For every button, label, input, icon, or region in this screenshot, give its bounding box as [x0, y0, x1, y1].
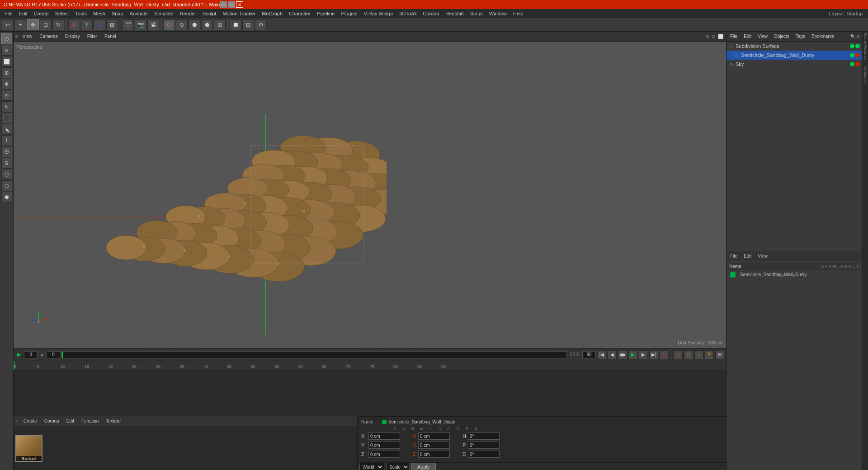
tool-weld[interactable]: ⦿	[1, 146, 12, 157]
tool-y-axis[interactable]: Y	[81, 19, 93, 30]
sub-surf-render[interactable]	[855, 44, 860, 48]
tool-knife[interactable]: 🔪	[1, 124, 12, 135]
play-reverse-button[interactable]: ◀▶	[618, 350, 627, 359]
y-position-input[interactable]	[368, 442, 400, 449]
tool-brush[interactable]: ⬠	[1, 169, 12, 180]
vp-menu-panel[interactable]: Panel	[102, 33, 119, 40]
tool-render[interactable]: 🎬	[122, 19, 134, 30]
vp-icon-1[interactable]: ⊞	[704, 33, 710, 40]
sandbag-render[interactable]	[855, 53, 860, 57]
vp-icon-2[interactable]: ⊡	[711, 33, 716, 40]
menu-motion-tracker[interactable]: Motion Tracker	[220, 10, 258, 17]
tool-extrude[interactable]: ⬛	[1, 113, 12, 123]
goto-start-button[interactable]: |◀	[597, 350, 606, 359]
tool-render-settings[interactable]: 📷	[135, 19, 146, 30]
menu-corona[interactable]: Corona	[420, 10, 442, 17]
frame-end-input[interactable]	[582, 351, 596, 358]
x-rot-input[interactable]	[418, 432, 450, 440]
menu-window[interactable]: Window	[486, 10, 509, 17]
menu-vray[interactable]: V-Ray Bridge	[361, 10, 396, 17]
obj-tags[interactable]: Tags	[794, 33, 807, 39]
tool-polygon-mode[interactable]: ⬟	[201, 19, 213, 30]
tool-x-axis[interactable]: X	[68, 19, 80, 30]
vp-drag-handle[interactable]: ≡	[15, 34, 18, 39]
attr-r-icon[interactable]: ≡	[776, 273, 778, 277]
menu-3dtoall[interactable]: 3DToAll	[396, 10, 419, 17]
play-button[interactable]: ▶	[628, 350, 637, 359]
mat-menu-create[interactable]: Create	[22, 418, 39, 424]
tool-bridge[interactable]: ⌇	[1, 135, 12, 146]
y-rot-input[interactable]	[418, 442, 450, 449]
material-barricad[interactable]: Barricad	[15, 435, 42, 462]
tool-object-mode[interactable]: ⬡	[163, 19, 175, 30]
vp-menu-display[interactable]: Display	[62, 33, 83, 40]
step-back-button[interactable]: ◀	[608, 350, 617, 359]
vp-menu-view[interactable]: View	[20, 33, 35, 40]
frame-start-input[interactable]	[47, 351, 60, 358]
sky-render[interactable]	[855, 62, 860, 66]
menu-pipeline[interactable]: Pipeline	[314, 10, 337, 17]
attr-x-icon[interactable]: ≡	[795, 273, 797, 277]
keyframe-scale[interactable]: P	[705, 350, 714, 359]
menu-edit[interactable]: Edit	[16, 10, 30, 17]
b-input[interactable]	[468, 451, 500, 458]
menu-sculpt[interactable]: Sculpt	[200, 10, 219, 17]
timeline-ruler[interactable]: 0 5 10 15 20 25 30 35 40 45 50 55 60 65 …	[14, 361, 726, 370]
menu-create[interactable]: Create	[31, 10, 52, 17]
vp-menu-cameras[interactable]: Cameras	[37, 33, 61, 40]
scale-select[interactable]: Scale Size	[386, 463, 410, 470]
attr-v-icon[interactable]: ≡	[773, 273, 775, 277]
world-select[interactable]: World Object	[359, 463, 384, 470]
h-input[interactable]	[468, 432, 500, 440]
obj-bookmarks[interactable]: Bookmarks	[810, 33, 836, 39]
obj-subdivision-surface[interactable]: ⬡ Subdivision Surface	[726, 42, 862, 51]
timeline-slider[interactable]	[61, 351, 567, 358]
mat-menu-edit[interactable]: Edit	[65, 418, 76, 424]
menu-render[interactable]: Render	[177, 10, 199, 17]
tool-scale[interactable]: ⊡	[40, 19, 52, 30]
record-button[interactable]: ●	[660, 350, 669, 359]
menu-script[interactable]: Script	[467, 10, 486, 17]
obj-objects[interactable]: Objects	[772, 33, 791, 39]
menu-file[interactable]: File	[2, 10, 15, 17]
tool-settings[interactable]: ⚙	[255, 19, 267, 30]
vp-icon-3[interactable]: ⬜	[717, 33, 724, 40]
tool-z-axis[interactable]: Z	[94, 19, 105, 30]
attr-l-icon[interactable]: ≡	[781, 273, 783, 277]
tool-smooth[interactable]: ⬡	[1, 180, 12, 191]
attr-m-icon[interactable]: ≡	[778, 273, 781, 277]
menu-redshift[interactable]: Redshift	[443, 10, 466, 17]
sub-surf-visibility[interactable]	[850, 44, 854, 48]
tool-rectangle-selection[interactable]: ⬜	[1, 56, 12, 67]
mat-menu-texture[interactable]: Texture	[104, 418, 123, 424]
minimize-button[interactable]: ─	[220, 1, 227, 8]
mat-drag-handle[interactable]: ≡	[15, 418, 18, 423]
attr-view[interactable]: View	[756, 253, 769, 259]
tool-magnet[interactable]: S	[1, 158, 12, 169]
obj-file[interactable]: File	[728, 33, 739, 39]
3d-viewport[interactable]: Perspective Grid Spacing : 100 cm	[14, 42, 726, 348]
menu-mesh[interactable]: Mesh	[90, 10, 108, 17]
close-button[interactable]: ✕	[236, 1, 243, 8]
filter-icon[interactable]: ⚙	[856, 34, 860, 39]
obj-semicircle-sandbag[interactable]: ⬡ Semicircle_Sandbag_Wall_Dusty	[726, 51, 862, 60]
mat-menu-corona[interactable]: Corona	[42, 418, 61, 424]
mat-menu-function[interactable]: Function	[80, 418, 100, 424]
keyframe-all[interactable]: ⊞	[715, 350, 724, 359]
tool-world-axis[interactable]: ⊞	[106, 19, 118, 30]
menu-simulate[interactable]: Simulate	[151, 10, 176, 17]
vp-menu-filter[interactable]: Filter	[85, 33, 100, 40]
tool-rotate[interactable]: ↻	[52, 19, 64, 30]
attr-s-icon[interactable]: ≡	[770, 273, 772, 277]
menu-tools[interactable]: Tools	[72, 10, 90, 17]
scene-browser-tab[interactable]: Scene Browser	[863, 33, 868, 60]
step-forward-button[interactable]: ▶	[639, 350, 648, 359]
tool-workplane[interactable]: ⊟	[242, 19, 254, 30]
attr-e-icon[interactable]: ≡	[793, 273, 795, 277]
menu-select[interactable]: Select	[52, 10, 72, 17]
obj-edit[interactable]: Edit	[742, 33, 753, 39]
tool-move-tool[interactable]: ✥	[1, 79, 12, 89]
tool-render-region[interactable]: 📽	[147, 19, 159, 30]
z-rot-input[interactable]	[418, 451, 450, 458]
tool-points[interactable]: ⬡	[1, 33, 12, 44]
